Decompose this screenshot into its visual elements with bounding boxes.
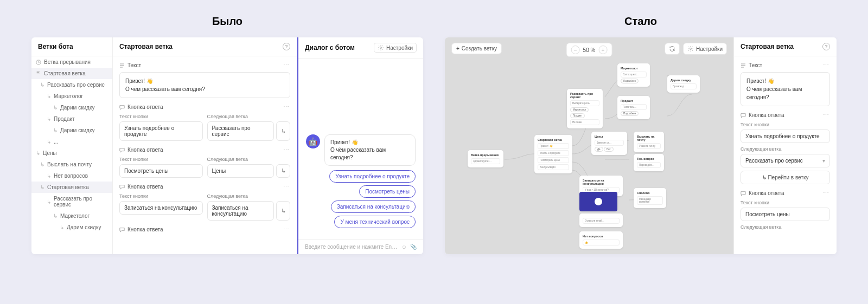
zoom-in-icon[interactable]: + (598, 46, 607, 54)
reply-button-header: Кнопка ответа (741, 112, 784, 118)
canvas-node[interactable] (579, 192, 617, 211)
attach-icon[interactable]: 📎 (410, 244, 417, 250)
branch-item[interactable]: ↳Рассказать про сервис (31, 79, 112, 90)
arrow-icon: ↳ (47, 173, 51, 179)
greeting-text[interactable]: Привет! 👋О чём рассказать вам сегодня? (741, 72, 830, 106)
editor-header: Стартовая ветка ? (113, 37, 297, 56)
branch-item[interactable]: Стартовая ветка (31, 68, 112, 79)
zoom-out-icon[interactable]: − (571, 46, 580, 54)
clock-icon (36, 60, 41, 65)
branch-item[interactable]: ↳Продакт (31, 113, 112, 125)
greeting-text[interactable]: Привет! 👋О чём рассказать вам сегодня? (119, 72, 290, 98)
branch-item[interactable]: ↳Цены (31, 147, 112, 159)
chat-icon (119, 227, 125, 232)
arrow-icon: ↳ (47, 116, 51, 122)
chat-header: Диалог с ботом Настройки (298, 37, 423, 59)
more-icon[interactable]: ⋯ (283, 104, 290, 111)
arrow-icon: ↳ (60, 224, 64, 230)
button-text-input[interactable]: Записаться на консультацию (119, 201, 203, 215)
canvas-node[interactable]: Дарим скидкуПромокод… (667, 75, 700, 93)
canvas-node[interactable]: СпасибоМенеджер свяжется (634, 188, 666, 208)
canvas[interactable]: +Создать ветку −50 %+ Настройки (445, 37, 733, 254)
help-icon[interactable]: ? (822, 43, 830, 50)
branch-item[interactable]: ↳Рассказать про сервис (31, 193, 112, 210)
canvas-node[interactable]: Выслать на почтуУкажите почту (634, 132, 664, 152)
help-icon[interactable]: ? (283, 43, 290, 50)
more-icon[interactable]: ⋯ (283, 226, 290, 233)
before-panel: Ветки бота Ветка прерыванияСтартовая вет… (31, 37, 423, 254)
canvas-node[interactable]: Рассказать про сервисВыберите рольМаркет… (567, 89, 603, 128)
arrow-icon: ↳ (53, 213, 58, 219)
canvas-node[interactable]: ПродактПомогаем…Подробнее (617, 96, 650, 119)
plus-icon: + (456, 46, 459, 51)
goto-branch-button[interactable]: ↳ Перейти в ветку (741, 171, 830, 184)
canvas-node[interactable]: Стартовая веткаПривет! 👋Узнать о продукт… (534, 135, 572, 173)
field-label: Текст кнопки (741, 200, 830, 205)
goto-button[interactable]: ↳ (276, 201, 290, 221)
button-text-input[interactable]: Узнать подробнее о продукте (741, 130, 830, 143)
rt-editor-header: Стартовая ветка? (734, 37, 837, 56)
branch-item[interactable]: ↳Выслать на почту (31, 159, 112, 170)
branch-item[interactable]: ↳Маркетолог (31, 210, 112, 222)
chevron-down-icon: ▾ (822, 158, 825, 164)
field-label: Следующая ветка (207, 114, 291, 119)
goto-button[interactable]: ↳ (276, 164, 290, 178)
emoji-icon[interactable]: ☺ (401, 244, 407, 250)
button-text-input[interactable]: Посмотреть цены (741, 208, 830, 221)
field-label: Следующая ветка (207, 193, 291, 199)
branch-item[interactable]: ↳Дарим скидку (31, 222, 112, 233)
chat-icon (741, 113, 746, 118)
text-icon (119, 63, 125, 68)
text-block-header: Текст (119, 62, 141, 68)
branch-item[interactable]: ↳Маркетолог (31, 90, 112, 102)
more-icon[interactable]: ⋯ (823, 112, 830, 119)
chat-input[interactable]: Введите сообщение и нажмите En… ☺📎 (298, 239, 423, 254)
reply-button-header: Кнопка ответа (119, 184, 163, 190)
branch-item[interactable]: Ветка прерывания (31, 56, 112, 68)
canvas-node[interactable]: ЦеныЗависит от…Да Нет (591, 132, 627, 155)
refresh-button[interactable] (665, 43, 680, 55)
more-icon[interactable]: ⋯ (823, 62, 830, 69)
zoom-control[interactable]: −50 %+ (566, 43, 612, 57)
field-label: Текст кнопки (119, 193, 203, 199)
canvas-node[interactable]: Тех. вопросПереведём… (634, 154, 664, 171)
button-text-input[interactable]: Узнать подробнее о продукте (119, 121, 203, 141)
branch-item[interactable]: ↳Дарим скидку (31, 102, 112, 113)
next-branch-input[interactable]: Рассказать про сервис (207, 121, 275, 141)
gear-icon (378, 44, 384, 51)
branch-item[interactable]: ↳Нет вопросов (31, 170, 112, 182)
arrow-icon: ↳ (53, 127, 58, 133)
next-branch-select[interactable]: Рассказать про сервис▾ (741, 154, 830, 167)
create-branch-button[interactable]: +Создать ветку (451, 43, 502, 54)
reply-button-header: Кнопка ответа (741, 190, 784, 196)
refresh-icon (669, 46, 675, 52)
branch-item[interactable]: ↳Стартовая ветка (31, 182, 112, 193)
after-panel: +Создать ветку −50 %+ Настройки (445, 37, 837, 254)
settings-button[interactable]: Настройки (374, 43, 417, 53)
more-icon[interactable]: ⋯ (823, 190, 830, 197)
canvas-node[interactable]: МаркетологCarrot quest…Подробнее (617, 63, 650, 87)
button-text-input[interactable]: Посмотреть цены (119, 164, 203, 178)
next-branch-input[interactable]: Цены (207, 164, 275, 178)
more-icon[interactable]: ⋯ (283, 183, 290, 190)
field-label: Следующая ветка (207, 157, 291, 162)
chat-option[interactable]: Посмотреть цены (359, 185, 416, 198)
branch-item[interactable]: ↳... (31, 136, 112, 147)
branch-item[interactable]: ↳Дарим скидку (31, 125, 112, 136)
next-branch-input[interactable]: Записаться на консультацию (207, 201, 275, 221)
chat-option[interactable]: У меня технический вопрос (334, 216, 416, 228)
arrow-icon: ↳ (40, 184, 44, 190)
after-title: Стало (624, 15, 657, 28)
canvas-node[interactable]: Нет вопросов👍 (579, 231, 623, 249)
settings-button[interactable]: Настройки (683, 43, 727, 55)
chat-option[interactable]: Узнать подробнее о продукте (329, 170, 416, 183)
more-icon[interactable]: ⋯ (283, 146, 290, 153)
more-icon[interactable]: ⋯ (283, 62, 290, 69)
canvas-node[interactable]: Ветка прерыванияЗдравствуйте!… (468, 150, 503, 167)
flag-icon (36, 71, 41, 76)
goto-button[interactable]: ↳ (276, 121, 290, 141)
text-block-header: Текст (741, 62, 762, 68)
chat-icon (119, 147, 125, 153)
chat-option[interactable]: Записаться на консультацию (331, 200, 416, 213)
canvas-node[interactable]: Оставьте email… (579, 214, 623, 227)
